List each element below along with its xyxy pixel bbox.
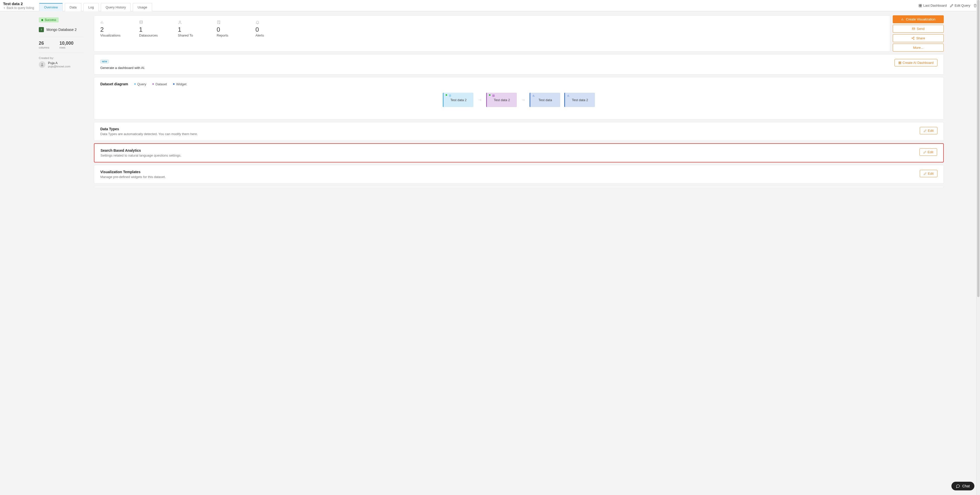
- database-row: Mongo Database 2: [39, 27, 84, 32]
- table-icon: [492, 94, 495, 97]
- tab-log[interactable]: Log: [83, 3, 99, 11]
- stat-alerts: 0 Alerts: [256, 20, 286, 47]
- svg-rect-0: [919, 4, 920, 5]
- ai-dashboard-text: Generate a dashboard with AI.: [100, 66, 145, 70]
- create-visualization-button[interactable]: Create Visualization: [893, 15, 944, 23]
- chart-icon: [100, 20, 104, 24]
- chart-icon: [532, 94, 535, 97]
- page-title: Test data 2: [3, 2, 34, 6]
- arrow-icon: →: [521, 97, 525, 103]
- dataset-diagram-card: Dataset diagram Query Dataset Widget Tes…: [94, 77, 944, 120]
- dimensions-row: 26 columns 10,000 rows: [39, 37, 84, 53]
- tab-query-history[interactable]: Query History: [101, 3, 130, 11]
- columns-stat: 26 columns: [39, 41, 49, 49]
- svg-rect-24: [900, 62, 901, 62]
- svg-rect-1: [920, 4, 921, 5]
- database-icon: [139, 20, 143, 24]
- svg-point-4: [41, 63, 43, 65]
- legend-query: Query: [134, 82, 146, 86]
- diagram-node-widget-1[interactable]: Test data: [530, 93, 560, 107]
- creator-row: Puja A puja@knowi.com: [39, 61, 84, 68]
- svg-point-8: [140, 21, 143, 21]
- data-types-desc: Data Types are automatically detected. Y…: [100, 132, 198, 136]
- success-dot-icon: [489, 94, 490, 96]
- main-content: 2 Visualizations 1 Datasources 1 Shared …: [94, 15, 977, 188]
- diagram-title: Dataset diagram: [100, 82, 128, 86]
- viz-templates-title: Visualization Templates: [100, 170, 166, 174]
- search-analytics-edit-button[interactable]: Edit: [920, 148, 937, 156]
- created-by-block: Created by: Puja A puja@knowi.com: [39, 56, 84, 68]
- last-dashboard-link[interactable]: Last Dashboard: [918, 3, 947, 7]
- viz-templates-edit-button[interactable]: Edit: [920, 170, 937, 177]
- dashboard-icon: [898, 61, 901, 64]
- send-button[interactable]: Send: [893, 25, 944, 33]
- send-icon: [912, 27, 915, 30]
- back-to-listing-link[interactable]: Back to query listing: [3, 6, 34, 10]
- user-icon: [178, 20, 182, 24]
- sidebar: Success Mongo Database 2 26 columns 10,0…: [3, 15, 90, 188]
- svg-point-20: [913, 39, 914, 40]
- top-bar: Test data 2 Back to query listing Overvi…: [0, 0, 980, 11]
- diagram-flow: Test data 2 → Test data 2 → Test data: [100, 90, 937, 115]
- create-ai-dashboard-button[interactable]: Create AI Dashboard: [894, 59, 937, 66]
- more-button[interactable]: More...: [893, 44, 944, 52]
- svg-line-21: [913, 38, 914, 38]
- scrollbar-thumb[interactable]: [977, 0, 980, 192]
- svg-point-19: [912, 38, 913, 38]
- creator-name: Puja A: [48, 61, 70, 65]
- svg-rect-26: [900, 63, 901, 64]
- svg-line-22: [913, 38, 914, 39]
- actions-column: Create Visualization Send Share More...: [893, 15, 944, 52]
- diagram-node-widget-2[interactable]: Test data 2: [564, 93, 595, 107]
- vertical-scrollbar[interactable]: [977, 0, 980, 192]
- next-card-peek: [94, 186, 944, 188]
- success-dot-icon: [445, 94, 447, 96]
- stat-reports: 0 Reports: [217, 20, 247, 47]
- topbar-title-block: Test data 2 Back to query listing: [3, 0, 39, 11]
- stats-card: 2 Visualizations 1 Datasources 1 Shared …: [94, 15, 890, 52]
- search-analytics-title: Search Based Analytics: [100, 148, 181, 152]
- creator-email: puja@knowi.com: [48, 65, 70, 68]
- database-name: Mongo Database 2: [46, 27, 76, 32]
- diagram-node-query[interactable]: Test data 2: [443, 93, 473, 107]
- chart-icon: [567, 94, 570, 97]
- legend-dataset: Dataset: [152, 82, 167, 86]
- created-by-label: Created by:: [39, 56, 84, 59]
- diagram-node-dataset[interactable]: Test data 2: [486, 93, 517, 107]
- chart-icon: [901, 18, 904, 21]
- share-button[interactable]: Share: [893, 34, 944, 42]
- svg-rect-3: [920, 6, 921, 7]
- svg-rect-23: [899, 62, 900, 62]
- pencil-icon: [950, 4, 953, 7]
- diagram-header: Dataset diagram Query Dataset Widget: [100, 82, 937, 86]
- search-based-analytics-card: Search Based Analytics Settings related …: [94, 143, 944, 163]
- tab-data[interactable]: Data: [65, 3, 81, 11]
- stat-visualizations: 2 Visualizations: [100, 20, 131, 47]
- arrow-icon: →: [477, 97, 482, 103]
- clipboard-icon: [449, 94, 452, 97]
- ai-dashboard-card: NEW Generate a dashboard with AI. Create…: [94, 54, 944, 75]
- chevron-left-icon: [3, 6, 6, 9]
- data-types-card: Data Types Data Types are automatically …: [94, 122, 944, 141]
- pencil-icon: [923, 151, 926, 154]
- edit-query-link[interactable]: Edit Query: [950, 3, 970, 7]
- pencil-icon: [924, 172, 927, 175]
- data-types-edit-button[interactable]: Edit: [920, 127, 937, 134]
- mongo-icon: [39, 27, 44, 32]
- visualization-templates-card: Visualization Templates Manage pre-defin…: [94, 165, 944, 184]
- legend-widget: Widget: [173, 82, 186, 86]
- tab-overview[interactable]: Overview: [39, 3, 62, 11]
- stat-shared-to: 1 Shared To: [178, 20, 208, 47]
- bell-icon: [256, 20, 259, 24]
- tab-usage[interactable]: Usage: [133, 3, 152, 11]
- topbar-actions: Last Dashboard Edit Query: [918, 0, 977, 11]
- search-analytics-desc: Settings related to natural language que…: [100, 153, 181, 157]
- share-icon: [912, 37, 915, 40]
- pencil-icon: [924, 129, 927, 132]
- stat-datasources: 1 Datasources: [139, 20, 170, 47]
- viz-templates-desc: Manage pre-defined widgets for this data…: [100, 175, 166, 179]
- body-area: Success Mongo Database 2 26 columns 10,0…: [0, 11, 980, 192]
- avatar: [39, 61, 45, 68]
- status-badge: Success: [39, 18, 59, 22]
- data-types-title: Data Types: [100, 127, 198, 131]
